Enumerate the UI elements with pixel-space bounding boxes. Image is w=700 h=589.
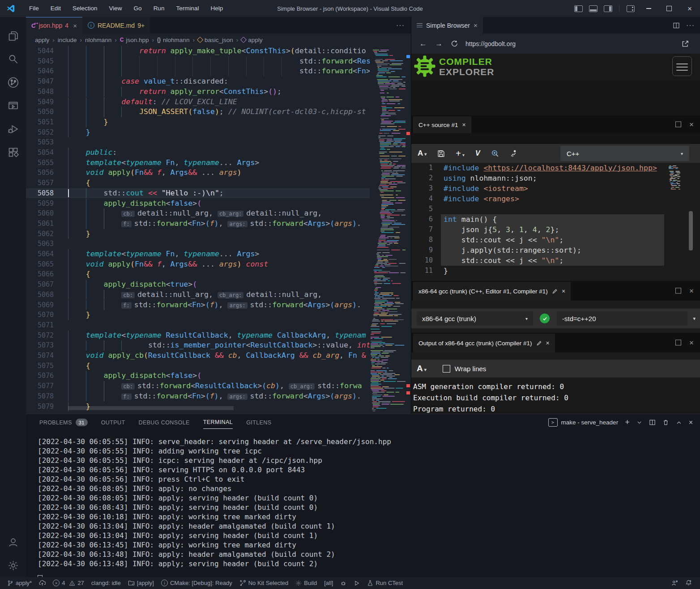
minimap[interactable] <box>370 46 405 413</box>
output-pane-tab[interactable]: Output of x86-64 gcc (trunk) (Compiler #… <box>413 334 555 352</box>
launch-target-button[interactable] <box>350 577 363 589</box>
open-external-icon[interactable] <box>681 40 689 48</box>
code-editor[interactable]: 5044return apply_make_tuple<ConstThis>(d… <box>26 46 411 414</box>
url-input[interactable]: https://godbolt.org <box>465 40 516 47</box>
close-panel-icon[interactable]: × <box>689 419 693 427</box>
menu-help[interactable]: Help <box>205 0 229 17</box>
menu-selection[interactable]: Selection <box>67 0 103 17</box>
toggle-panel-icon[interactable] <box>589 5 598 12</box>
pane-tab-close-icon[interactable]: × <box>546 339 550 347</box>
debug-target-button[interactable] <box>337 577 350 589</box>
source-scrollbar-thumb[interactable] <box>689 211 693 250</box>
wrap-lines-checkbox[interactable] <box>443 365 450 373</box>
breadcrumb-item-nlohmann[interactable]: {}nlohmann <box>157 37 189 43</box>
window-maximize-button[interactable] <box>659 0 679 17</box>
window-close-button[interactable]: × <box>679 0 700 17</box>
cmake-build-button[interactable]: Build <box>292 577 320 589</box>
toggle-secondary-sidebar-icon[interactable] <box>604 5 612 12</box>
rename-pane-icon[interactable] <box>552 288 558 294</box>
close-pane-icon[interactable]: × <box>689 340 694 345</box>
compiler-options-input[interactable]: -std=c++20 <box>557 311 687 326</box>
source-control-icon[interactable] <box>2 71 24 94</box>
browser-preview-icon[interactable] <box>2 94 24 117</box>
panel-tab-problems[interactable]: PROBLEMS31 <box>39 416 88 429</box>
panel-tab-gitlens[interactable]: GITLENS <box>246 416 271 429</box>
reload-icon[interactable] <box>451 40 458 47</box>
maximize-panel-icon[interactable] <box>676 420 682 426</box>
window-minimize-button[interactable] <box>638 0 659 17</box>
compiler-pane-tab[interactable]: x86-64 gcc (trunk) (C++, Editor #1, Comp… <box>413 282 571 301</box>
maximize-pane-icon[interactable] <box>675 122 681 127</box>
publish-changes-button[interactable] <box>35 577 49 589</box>
toggle-sidebar-icon[interactable] <box>574 5 583 12</box>
breadcrumb-item-nlohmann[interactable]: nlohmann <box>85 37 111 43</box>
breadcrumb-item-json-hpp[interactable]: Cjson.hpp <box>120 37 149 43</box>
hamburger-menu-icon[interactable] <box>672 56 692 76</box>
terminal-output[interactable]: [2022-04-30 06:05:55] INFO: serve_header… <box>26 431 700 577</box>
source-pane-tab[interactable]: C++ source #1 × <box>413 116 471 133</box>
menu-view[interactable]: View <box>103 0 128 17</box>
menu-edit[interactable]: Edit <box>45 0 67 17</box>
panel-tab-debug-console[interactable]: DEBUG CONSOLE <box>138 416 189 429</box>
pane-tab-close-icon[interactable]: × <box>462 121 466 128</box>
close-pane-icon[interactable]: × <box>689 288 694 293</box>
pane-tab-close-icon[interactable]: × <box>562 288 565 295</box>
add-pane-icon[interactable]: +▾ <box>456 148 465 159</box>
menu-run[interactable]: Run <box>148 0 171 17</box>
git-branch-status[interactable]: apply* <box>4 577 35 589</box>
split-terminal-icon[interactable] <box>649 419 656 426</box>
run-debug-icon[interactable] <box>2 117 24 140</box>
rename-pane-icon[interactable] <box>536 340 542 346</box>
breadcrumb-item-apply[interactable]: apply <box>35 37 49 43</box>
notifications-button[interactable] <box>682 577 696 589</box>
back-icon[interactable]: ← <box>419 39 427 48</box>
source-code-editor[interactable]: 1#include <https://localhost:8443/apply/… <box>411 163 700 281</box>
tab-readme-md[interactable]: i README.md 9+ <box>82 17 150 34</box>
save-icon[interactable] <box>437 150 445 157</box>
language-select[interactable]: C++▾ <box>560 146 689 161</box>
search-icon[interactable] <box>2 47 24 71</box>
tab-close-icon[interactable]: × <box>474 21 478 29</box>
zoom-search-icon[interactable] <box>491 149 499 157</box>
kill-terminal-icon[interactable] <box>662 419 669 426</box>
maximize-pane-icon[interactable] <box>675 340 681 346</box>
panel-tab-terminal[interactable]: TERMINAL <box>203 416 233 429</box>
split-editor-icon[interactable] <box>673 22 680 29</box>
customize-layout-icon[interactable] <box>627 5 635 12</box>
terminal-dropdown-icon[interactable] <box>636 420 642 425</box>
clangd-status[interactable]: clangd: idle <box>88 577 124 589</box>
settings-gear-icon[interactable] <box>2 554 24 577</box>
build-target[interactable]: [all] <box>320 577 337 589</box>
breadcrumb-item-apply[interactable]: apply <box>241 37 262 43</box>
feedback-button[interactable] <box>668 577 682 589</box>
forward-icon[interactable]: → <box>435 39 443 48</box>
run-ctest-button[interactable]: Run CTest <box>363 577 406 589</box>
tab-simple-browser[interactable]: Simple Browser × <box>411 17 483 34</box>
vim-mode-icon[interactable]: V <box>475 149 480 157</box>
compiler-select[interactable]: x86-64 gcc (trunk)▾ <box>417 311 533 326</box>
breadcrumb-item-include[interactable]: include <box>58 37 77 43</box>
terminal-instance[interactable]: > make - serve_header <box>548 418 619 427</box>
cmake-status[interactable]: i CMake: [Debug]: Ready <box>158 577 236 589</box>
menu-file[interactable]: File <box>23 0 45 17</box>
panel-tab-output[interactable]: OUTPUT <box>101 416 125 429</box>
tab-json-hpp[interactable]: C++ json.hpp 4 × <box>26 17 82 34</box>
maximize-pane-icon[interactable] <box>675 288 681 294</box>
shortlink-icon[interactable] <box>510 150 517 157</box>
editor-more-actions-icon[interactable]: ··· <box>396 17 405 34</box>
horizontal-scrollbar[interactable] <box>26 406 370 410</box>
account-icon[interactable] <box>2 530 24 554</box>
problems-status[interactable]: × 4 27 <box>49 577 88 589</box>
extensions-icon[interactable] <box>2 140 24 164</box>
menu-go[interactable]: Go <box>128 0 148 17</box>
tab-close-icon[interactable]: × <box>73 22 77 30</box>
libraries-dropdown-icon[interactable]: ▾ <box>693 316 696 322</box>
font-size-icon[interactable]: A▾ <box>418 149 427 158</box>
menu-terminal[interactable]: Terminal <box>170 0 205 17</box>
kit-selection[interactable]: No Kit Selected <box>236 577 292 589</box>
font-size-icon[interactable]: A▾ <box>417 364 427 373</box>
browser-more-actions-icon[interactable]: ··· <box>686 21 695 30</box>
breadcrumb-item-basic-json[interactable]: basic_json <box>198 37 233 43</box>
explorer-icon[interactable] <box>2 24 24 47</box>
close-pane-icon[interactable]: × <box>689 122 694 127</box>
